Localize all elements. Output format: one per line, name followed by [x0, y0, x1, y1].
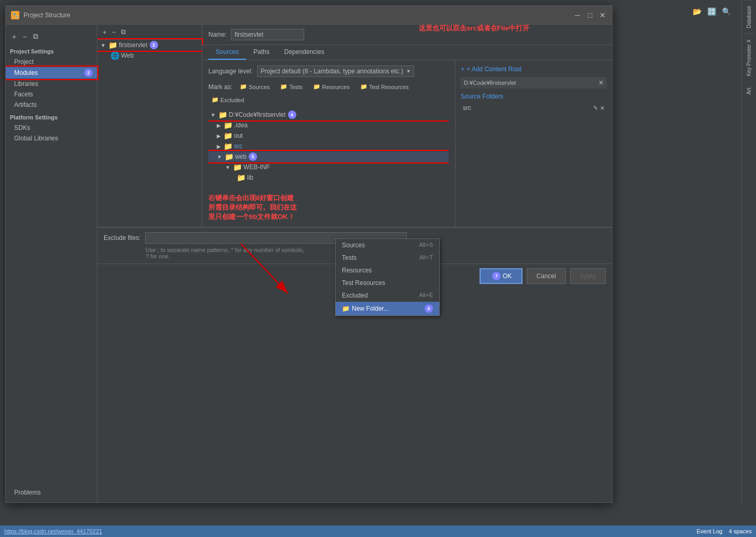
content-root-path-text: D:¥Code¥firstservlet	[464, 80, 516, 86]
module-badge: 3	[150, 41, 158, 49]
ok-button[interactable]: 7 OK	[480, 268, 522, 284]
right-tab-key-promoter[interactable]: Key Promoter X	[744, 34, 754, 82]
web-icon: 🌐	[110, 51, 119, 60]
sidebar-item-global-libraries[interactable]: Global Libraries	[6, 133, 97, 144]
tab-dependencies[interactable]: Dependencies	[277, 45, 332, 60]
language-level-select-wrap: Project default (8 - Lambdas, type annot…	[257, 65, 414, 77]
context-menu-new-folder[interactable]: 📁 New Folder... 6	[336, 302, 439, 315]
sidebar-item-artifacts[interactable]: Artifacts	[6, 100, 97, 110]
modules-badge: 2	[84, 69, 93, 77]
resources-folder-icon: 📁	[313, 83, 320, 90]
copy-module-button[interactable]: ⧉	[31, 31, 40, 42]
tree-web[interactable]: ▼ 📁 web 5	[208, 151, 449, 162]
tab-paths[interactable]: Paths	[246, 45, 277, 60]
copy-ml-button[interactable]: ⧉	[119, 27, 128, 37]
content-root-path: D:¥Code¥firstservlet ✕	[461, 77, 607, 89]
source-folder-actions: ✎ ✕	[593, 105, 605, 112]
out-folder-icon: 📁	[224, 131, 232, 140]
right-tab-art[interactable]: Art.	[744, 81, 754, 100]
annotation-bottom-text: 右键单击会出现6好窗口创建 所需目录结构即可。我们在这 里只创建一个lib文件就…	[208, 193, 449, 222]
tree-root[interactable]: ▼ 📁 D:¥Code¥firstservlet 4	[208, 109, 449, 120]
module-tree-web[interactable]: 🌐 Web	[97, 50, 202, 61]
web-tree-label: web	[235, 153, 247, 160]
web-tree-arrow: ▼	[217, 154, 222, 160]
mark-resources-button[interactable]: 📁 Resources	[310, 82, 353, 91]
close-button[interactable]: ✕	[598, 11, 607, 19]
module-name-input[interactable]	[231, 29, 304, 40]
sidebar-item-libraries[interactable]: Libraries	[6, 79, 97, 89]
root-path: D:¥Code¥firstservlet	[229, 111, 286, 118]
tests-folder-icon: 📁	[280, 83, 287, 90]
root-arrow: ▼	[210, 112, 216, 118]
cancel-button[interactable]: Cancel	[527, 268, 566, 284]
tree-lib[interactable]: 📁 lib	[208, 172, 449, 183]
remove-module-button[interactable]: −	[20, 31, 29, 42]
context-menu-excluded[interactable]: Excluded Alt+E	[336, 289, 439, 302]
new-folder-badge: 6	[425, 304, 433, 313]
mark-excluded-button[interactable]: 📁 Excluded	[208, 95, 247, 104]
toolbar-icon-app[interactable]: 🔠	[705, 5, 718, 18]
module-tree-firstservlet[interactable]: ▼ 📁 firstservlet 3	[97, 40, 202, 50]
close-content-root-button[interactable]: ✕	[598, 79, 604, 86]
context-menu-sources[interactable]: Sources Alt+S	[336, 239, 439, 251]
webinf-label: WEB-INF	[243, 163, 270, 171]
apply-button[interactable]: Apply	[570, 268, 606, 284]
add-content-root-button[interactable]: + + Add Content Root	[461, 65, 607, 73]
mark-test-resources-button[interactable]: 📁 Test Resources	[357, 82, 412, 91]
module-list: + − ⧉ ▼ 📁 firstservlet 3	[97, 25, 202, 227]
add-module-button[interactable]: +	[10, 31, 18, 42]
tree-src[interactable]: ▶ 📁 src	[208, 141, 449, 151]
remove-source-folder-button[interactable]: ✕	[600, 105, 605, 112]
mark-as-label: Mark as:	[208, 83, 232, 91]
out-label: out	[234, 132, 243, 139]
context-menu-test-resources[interactable]: Test Resources	[336, 277, 439, 289]
right-tab-database[interactable]: Database	[744, 0, 754, 34]
sidebar-item-modules[interactable]: Modules 2	[6, 67, 97, 79]
mark-tests-button[interactable]: 📁 Tests	[277, 82, 306, 91]
module-top: + − ⧉ ▼ 📁 firstservlet 3	[97, 25, 612, 227]
dialog-title: Project Structure	[24, 12, 573, 19]
tree-out[interactable]: ▶ 📁 out	[208, 130, 449, 141]
minimize-button[interactable]: ─	[573, 11, 582, 19]
tabs-bar: Sources Paths Dependencies	[202, 45, 612, 60]
add-ml-button[interactable]: +	[101, 27, 109, 37]
event-log-label[interactable]: Event Log	[696, 528, 722, 534]
excluded-folder-icon: 📁	[212, 96, 219, 103]
right-sidebar: Database Key Promoter X Art.	[741, 0, 756, 503]
module-settings: Name: Sources Paths Dependencies	[202, 25, 612, 227]
ok-badge: 7	[492, 272, 501, 280]
sidebar-item-problems[interactable]: Problems	[6, 486, 97, 498]
sidebar-item-sdks[interactable]: SDKs	[6, 123, 97, 133]
edit-source-folder-button[interactable]: ✎	[593, 105, 598, 112]
sidebar: + − ⧉ Project Settings Project Modules 2…	[6, 25, 97, 502]
language-level-select[interactable]: Project default (8 - Lambdas, type annot…	[257, 65, 414, 77]
sidebar-item-project[interactable]: Project	[6, 57, 97, 67]
tree-webinf[interactable]: ▼ 📁 WEB-INF	[208, 162, 449, 172]
mark-sources-button[interactable]: 📁 Sources	[237, 82, 273, 91]
status-link[interactable]: https://blog.csdn.net/weixin_44170221	[4, 528, 102, 534]
tree-arrow-firstservlet: ▼	[101, 42, 106, 48]
lib-folder-icon: 📁	[237, 173, 246, 182]
plus-icon: +	[461, 65, 464, 73]
module-list-toolbar: + − ⧉	[97, 25, 202, 40]
toolbar-icon-folder[interactable]: 📂	[691, 5, 703, 18]
idea-arrow: ▶	[217, 123, 221, 128]
context-menu-resources[interactable]: Resources	[336, 264, 439, 277]
out-arrow: ▶	[217, 133, 221, 139]
remove-ml-button[interactable]: −	[110, 27, 118, 37]
sources-folder-icon: 📁	[240, 83, 247, 90]
status-bar: https://blog.csdn.net/weixin_44170221 Ev…	[0, 525, 756, 537]
language-level-row: Language level: Project default (8 - Lam…	[208, 65, 449, 77]
sidebar-item-facets[interactable]: Facets	[6, 89, 97, 100]
toolbar-icon-search[interactable]: 🔍	[720, 5, 732, 18]
sources-content: Language level: Project default (8 - Lam…	[202, 60, 612, 227]
tree-idea[interactable]: ▶ 📁 .idea	[208, 120, 449, 130]
src-arrow: ▶	[217, 144, 221, 149]
maximize-button[interactable]: □	[586, 11, 594, 19]
context-menu-tests[interactable]: Tests Alt+T	[336, 251, 439, 264]
new-folder-icon: 📁	[342, 305, 350, 312]
lib-label: lib	[247, 174, 253, 181]
module-name: firstservlet	[119, 41, 148, 49]
tab-sources[interactable]: Sources	[208, 45, 246, 60]
sources-left: Language level: Project default (8 - Lam…	[202, 60, 455, 227]
